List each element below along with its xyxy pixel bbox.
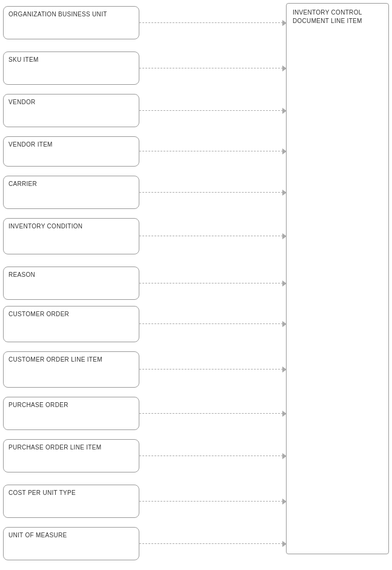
vendor-item-label: VENDOR ITEM (8, 141, 53, 148)
reason-box: REASON (3, 267, 139, 300)
customer-order-connector (139, 323, 286, 324)
customer-order-line-item-connector (139, 369, 286, 370)
vendor-box: VENDOR (3, 94, 139, 127)
sku-item-box: SKU ITEM (3, 51, 139, 85)
unit-of-measure-box: UNIT OF MEASURE (3, 527, 139, 560)
org-business-unit-box: ORGANIZATION BUSINESS UNIT (3, 6, 139, 39)
reason-connector (139, 283, 286, 283)
customer-order-box: CUSTOMER ORDER (3, 306, 139, 342)
purchase-order-line-item-connector (139, 456, 286, 456)
cost-per-unit-type-connector (139, 501, 286, 502)
inventory-condition-box: INVENTORY CONDITION (3, 218, 139, 254)
purchase-order-box: PURCHASE ORDER (3, 397, 139, 430)
reason-label: REASON (8, 271, 35, 278)
vendor-connector (139, 110, 286, 111)
customer-order-line-item-label: CUSTOMER ORDER LINE ITEM (8, 356, 102, 363)
carrier-connector (139, 192, 286, 193)
diagram-container: INVENTORY CONTROL DOCUMENT LINE ITEM ORG… (0, 0, 392, 570)
purchase-order-connector (139, 413, 286, 414)
carrier-box: CARRIER (3, 176, 139, 209)
inventory-condition-label: INVENTORY CONDITION (8, 223, 82, 230)
customer-order-line-item-box: CUSTOMER ORDER LINE ITEM (3, 351, 139, 388)
vendor-item-connector (139, 151, 286, 151)
cost-per-unit-type-box: COST PER UNIT TYPE (3, 485, 139, 518)
inventory-condition-connector (139, 236, 286, 236)
inventory-control-document-line-item-box: INVENTORY CONTROL DOCUMENT LINE ITEM (286, 3, 389, 554)
sku-item-connector (139, 68, 286, 68)
carrier-label: CARRIER (8, 181, 37, 187)
sku-item-label: SKU ITEM (8, 56, 39, 63)
vendor-item-box: VENDOR ITEM (3, 136, 139, 167)
customer-order-label: CUSTOMER ORDER (8, 311, 69, 317)
purchase-order-line-item-box: PURCHASE ORDER LINE ITEM (3, 439, 139, 472)
cost-per-unit-type-label: COST PER UNIT TYPE (8, 489, 76, 496)
purchase-order-label: PURCHASE ORDER (8, 402, 68, 408)
unit-of-measure-connector (139, 543, 286, 544)
vendor-label: VENDOR (8, 99, 36, 105)
org-business-unit-label: ORGANIZATION BUSINESS UNIT (8, 11, 107, 18)
purchase-order-line-item-label: PURCHASE ORDER LINE ITEM (8, 444, 101, 451)
org-business-unit-connector (139, 22, 286, 23)
right-box-label: INVENTORY CONTROL DOCUMENT LINE ITEM (293, 9, 362, 24)
unit-of-measure-label: UNIT OF MEASURE (8, 532, 67, 539)
